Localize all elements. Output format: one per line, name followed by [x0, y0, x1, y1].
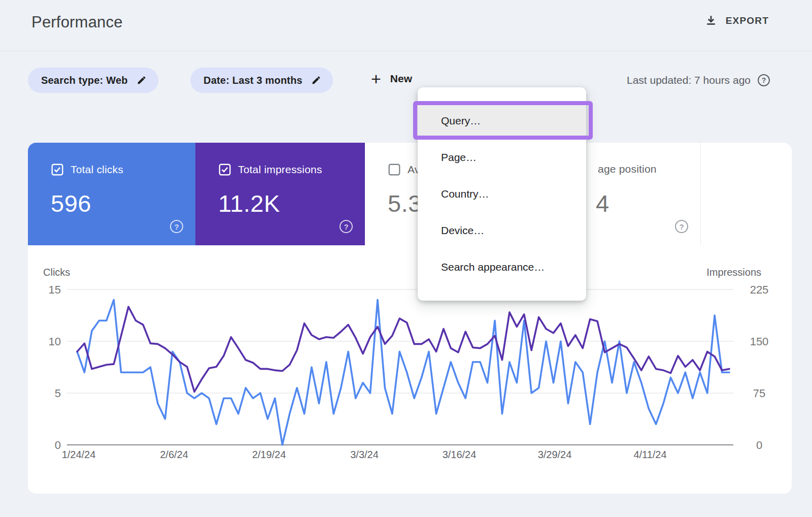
left-tick-10: 10 [39, 335, 61, 348]
right-tick-0: 0 [745, 439, 773, 452]
x-tick-0: 1/24/24 [62, 449, 96, 461]
page-title: Performance [31, 13, 123, 31]
last-updated: Last updated: 7 hours ago ? [627, 74, 770, 86]
unchecked-checkbox-icon[interactable] [388, 163, 401, 176]
menu-item-search-appearance[interactable]: Search appearance… [418, 249, 586, 285]
total-clicks-value: 596 [51, 189, 91, 217]
new-filter-label: New [390, 73, 412, 85]
total-impressions-label: Total impressions [238, 164, 322, 176]
new-filter-button[interactable]: + New [371, 70, 412, 87]
help-icon[interactable]: ? [340, 220, 353, 233]
x-tick-5: 3/29/24 [538, 449, 572, 461]
pencil-icon [311, 75, 322, 86]
average-position-label: age position [598, 163, 657, 175]
last-updated-text: Last updated: 7 hours ago [627, 74, 751, 86]
x-tick-2: 2/19/24 [252, 449, 286, 461]
download-icon [704, 14, 718, 27]
new-filter-dropdown: Query… Page… Country… Device… Search app… [418, 87, 586, 301]
date-range-chip-label: Date: Last 3 months [204, 75, 302, 86]
total-impressions-value: 11.2K [218, 189, 280, 217]
help-icon[interactable]: ? [170, 220, 183, 233]
right-axis-title: Impressions [706, 267, 761, 278]
export-label: EXPORT [726, 15, 769, 26]
x-tick-4: 3/16/24 [443, 449, 477, 461]
right-tick-225: 225 [745, 283, 773, 297]
menu-item-device[interactable]: Device… [418, 212, 586, 249]
menu-item-country[interactable]: Country… [418, 176, 586, 212]
left-tick-5: 5 [39, 387, 61, 400]
search-type-chip-label: Search type: Web [41, 75, 128, 86]
x-tick-3: 3/3/24 [350, 449, 379, 461]
total-clicks-label: Total clicks [71, 164, 123, 176]
search-console-performance-page: Performance EXPORT Search type: Web Date… [0, 0, 812, 517]
left-tick-15: 15 [39, 283, 61, 297]
plus-icon: + [371, 70, 381, 87]
performance-chart[interactable] [67, 282, 733, 447]
help-icon[interactable]: ? [675, 220, 688, 233]
export-button[interactable]: EXPORT [704, 14, 769, 27]
total-clicks-card[interactable]: Total clicks 596 ? [28, 143, 195, 245]
date-range-chip[interactable]: Date: Last 3 months [190, 68, 333, 93]
menu-item-query[interactable]: Query… [418, 103, 586, 139]
average-ctr-value: 5.3 [388, 189, 422, 217]
search-type-chip[interactable]: Search type: Web [28, 68, 158, 93]
header-divider [0, 51, 812, 51]
menu-item-page[interactable]: Page… [418, 139, 586, 176]
total-impressions-card[interactable]: Total impressions 11.2K ? [195, 143, 365, 245]
help-icon[interactable]: ? [758, 74, 770, 86]
x-tick-6: 4/11/24 [633, 449, 666, 461]
right-tick-75: 75 [745, 387, 773, 400]
checked-checkbox-icon[interactable] [218, 163, 231, 176]
pencil-icon [136, 75, 147, 86]
checked-checkbox-icon[interactable] [51, 163, 64, 176]
left-axis-title: Clicks [43, 267, 70, 278]
x-tick-1: 2/6/24 [160, 449, 188, 461]
left-tick-0: 0 [39, 439, 61, 452]
right-tick-150: 150 [745, 335, 773, 348]
average-position-value: 4 [596, 189, 610, 217]
